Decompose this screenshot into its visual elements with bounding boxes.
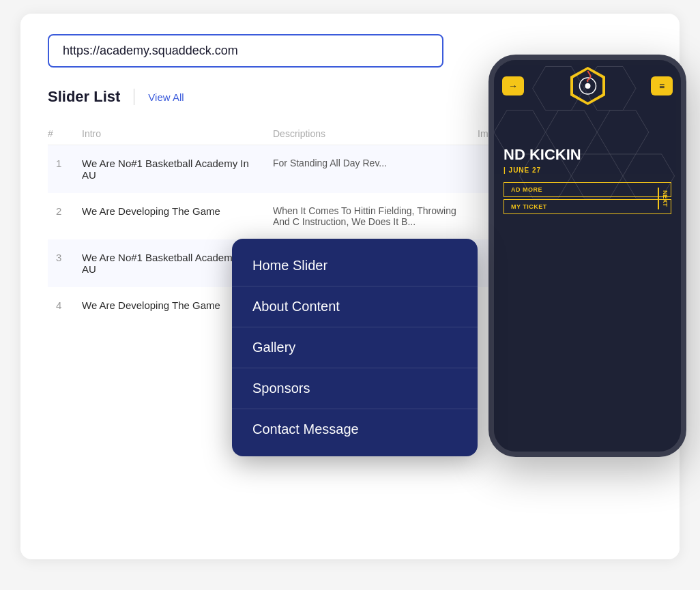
- cell-intro: We Are Developing The Game: [82, 193, 273, 239]
- cell-description: For Standing All Day Rev...: [273, 145, 478, 194]
- svg-marker-3: [546, 110, 598, 154]
- phone-read-more-btn[interactable]: AD MORE: [504, 182, 671, 197]
- col-header-intro: Intro: [82, 123, 273, 145]
- view-all-link[interactable]: View All: [148, 91, 184, 103]
- main-card: https://academy.squaddeck.com Slider Lis…: [20, 14, 680, 559]
- cell-number: 4: [48, 287, 82, 323]
- dropdown-item-sponsors[interactable]: Sponsors: [232, 368, 478, 409]
- dropdown-item-about-content[interactable]: About Content: [232, 286, 478, 327]
- svg-marker-2: [494, 110, 546, 154]
- cell-number: 3: [48, 239, 82, 287]
- header-divider: [134, 89, 134, 105]
- cell-number: 2: [48, 193, 82, 239]
- url-bar[interactable]: https://academy.squaddeck.com: [48, 34, 443, 68]
- dropdown-item-home-slider[interactable]: Home Slider: [232, 246, 478, 286]
- cell-number: 1: [48, 145, 82, 194]
- phone-next-label: NEXT: [658, 187, 671, 209]
- col-header-number: #: [48, 123, 82, 145]
- cell-intro: We Are No#1 Basketball Academy In AU: [82, 145, 273, 194]
- phone-ticket-btn[interactable]: MY TICKET: [504, 199, 671, 214]
- svg-marker-4: [597, 110, 649, 154]
- phone-mockup: → ≡ ND KICKIN: [488, 55, 686, 457]
- cell-description: When It Comes To Hittin Fielding, Throwi…: [273, 193, 478, 239]
- dropdown-item-contact-message[interactable]: Contact Message: [232, 409, 478, 449]
- svg-marker-1: [584, 66, 636, 110]
- phone-screen: → ≡ ND KICKIN: [494, 60, 681, 452]
- section-title: Slider List: [48, 88, 120, 106]
- dropdown-menu: Home SliderAbout ContentGallerySponsorsC…: [232, 239, 478, 456]
- svg-marker-0: [533, 66, 585, 110]
- col-header-descriptions: Descriptions: [273, 123, 478, 145]
- dropdown-item-gallery[interactable]: Gallery: [232, 327, 478, 368]
